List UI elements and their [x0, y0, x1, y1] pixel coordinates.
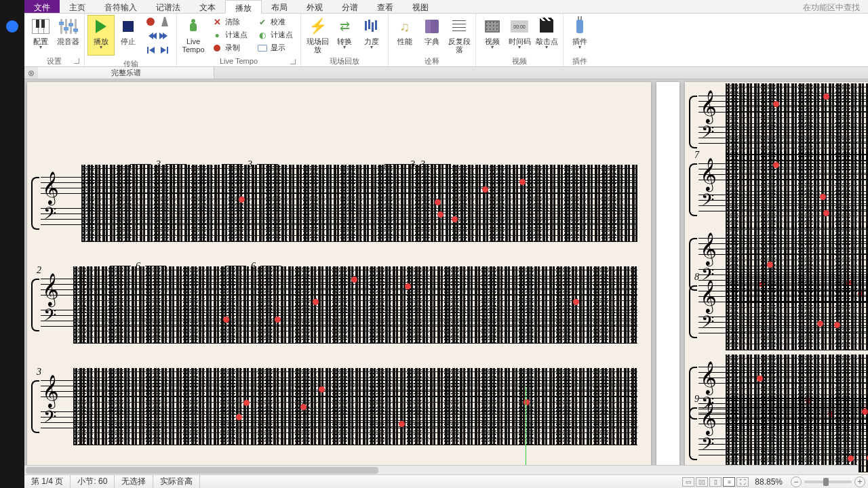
calibrate-button[interactable]: ✔校准 [254, 16, 296, 28]
clapper-icon [540, 20, 553, 33]
book-icon [425, 20, 439, 33]
go-end-button[interactable] [158, 44, 172, 56]
tap-tempo2-button[interactable]: ◐计速点 [254, 28, 296, 41]
group-setup: 配置▾ 混音器 设置 [24, 14, 85, 66]
transport-mini [142, 15, 174, 58]
plug-icon [576, 20, 583, 33]
note-icon: ♫ [395, 17, 414, 36]
transform-button[interactable]: ⇄转换▾ [331, 15, 358, 56]
dynamics-icon [363, 19, 380, 34]
zoom-in-button[interactable]: ＋ [854, 476, 865, 487]
tap-tempo-button[interactable]: ●计速点 [208, 28, 251, 41]
view-single-button[interactable]: ▭ [682, 477, 694, 487]
record-icon [146, 18, 155, 26]
play-button[interactable]: 播放▾ [87, 15, 115, 56]
stop-button[interactable]: 停止 [115, 15, 142, 56]
page-gap [656, 82, 679, 474]
record-tempo-button[interactable]: 录制 [208, 41, 251, 54]
tab-appearance[interactable]: 外观 [297, 0, 332, 13]
tap-icon: ◐ [259, 30, 266, 40]
clear-button[interactable]: ✕清除 [208, 16, 251, 28]
tab-view[interactable]: 视图 [403, 0, 438, 13]
status-bars[interactable]: 小节: 60 [71, 475, 115, 488]
live-tempo-button[interactable]: Live Tempo [180, 15, 207, 56]
group-label-livetempo[interactable]: Live Tempo [180, 56, 298, 66]
timecode-button[interactable]: 00:00时间码▾ [506, 15, 533, 56]
keyboard-icon [32, 19, 50, 34]
group-label-setup[interactable]: 设置 [27, 56, 81, 68]
bolt-icon: ⚡ [308, 17, 327, 36]
os-app-icon[interactable] [6, 20, 18, 33]
hitpoint-button[interactable]: 敲击点▾ [533, 15, 560, 56]
conductor-icon [186, 19, 201, 34]
record-icon [214, 45, 220, 52]
view-vertical-button[interactable]: ▯ [709, 477, 722, 487]
tab-note-input[interactable]: 音符输入 [95, 0, 146, 13]
metronome-icon [161, 17, 168, 26]
zoom-slider[interactable] [804, 481, 852, 483]
status-page[interactable]: 第 1/4 页 [24, 475, 71, 488]
mixer-button[interactable]: 混音器 [54, 15, 81, 56]
group-plugins: 插件▾ 插件 [564, 14, 596, 66]
tab-home[interactable]: 主页 [60, 0, 95, 13]
status-pitch[interactable]: 实际音高 [153, 475, 200, 488]
scrollbar-thumb[interactable] [26, 467, 378, 474]
zoom-slider-handle[interactable] [823, 478, 829, 486]
play-icon [96, 20, 106, 33]
click-button[interactable] [158, 16, 172, 28]
view-panorama-button[interactable]: ≡ [723, 477, 735, 487]
group-label-video: 视频 [479, 56, 560, 68]
app-window: 文件 主页 音符输入 记谱法 文本 播放 布局 外观 分谱 查看 视图 在功能区… [24, 0, 868, 488]
view-fit-button[interactable]: ⛶ [736, 477, 749, 487]
video-button[interactable]: 视频▾ [479, 15, 506, 56]
group-live-playback: ⚡现场回放 ⇄转换▾ 力度▾ 现场回放 [301, 14, 389, 66]
repeats-button[interactable]: 反复段落 [446, 15, 473, 56]
repeat-icon [452, 20, 466, 33]
zoom-value[interactable]: 88.85% [749, 477, 788, 487]
rewind-button[interactable] [144, 30, 157, 42]
performance-button[interactable]: ♫性能 [391, 15, 418, 56]
group-video: 视频▾ 00:00时间码▾ 敲击点▾ 视频 [476, 14, 564, 66]
tab-file[interactable]: 文件 [24, 0, 60, 13]
plugins-button[interactable]: 插件▾ [566, 15, 593, 56]
document-tab[interactable]: 完整乐谱 [38, 67, 214, 79]
score-canvas[interactable]: 𝄞 𝄢3333 𝄞 𝄢266 𝄞 𝄢3 𝄞 𝄢 𝄞 𝄢7 𝄞 𝄢 𝄞 𝄢8 𝄞 … [24, 79, 868, 474]
ribbon: 配置▾ 混音器 设置 播放▾ 停止 传输 Live Tempo ✕清除 ●计速点… [24, 14, 868, 67]
group-label-plugin: 插件 [566, 56, 593, 68]
mixer-icon [59, 19, 77, 34]
score-page-1[interactable]: 𝄞 𝄢3333 𝄞 𝄢266 𝄞 𝄢3 [27, 82, 651, 474]
go-start-button[interactable] [144, 44, 157, 56]
tab-layout[interactable]: 布局 [262, 0, 297, 13]
horizontal-scrollbar[interactable] [24, 465, 859, 474]
timecode-icon: 00:00 [511, 20, 528, 33]
tap-icon: ● [214, 30, 219, 40]
forward-button[interactable] [158, 30, 172, 42]
record-button[interactable] [144, 16, 157, 28]
view-spread-button[interactable]: ▯▯ [696, 477, 708, 487]
config-button[interactable]: 配置▾ [27, 15, 54, 56]
ribbon-search[interactable]: 在功能区中查找 [795, 0, 868, 13]
group-transport: 播放▾ 停止 传输 [85, 14, 177, 66]
tab-text[interactable]: 文本 [190, 0, 225, 13]
tab-review[interactable]: 查看 [368, 0, 403, 13]
dictionary-button[interactable]: 字典 [418, 15, 446, 56]
film-icon [485, 20, 500, 33]
tab-parts[interactable]: 分谱 [332, 0, 368, 13]
score-page-2[interactable]: 𝄞 𝄢 𝄞 𝄢7 𝄞 𝄢 𝄞 𝄢8 𝄞 𝄢 𝄞 𝄢9 [685, 82, 868, 474]
tab-notations[interactable]: 记谱法 [146, 0, 190, 13]
display-button[interactable]: 显示 [254, 41, 296, 54]
dynamics-button[interactable]: 力度▾ [358, 15, 385, 56]
zoom-out-button[interactable]: − [791, 476, 802, 487]
group-label-interp: 诠释 [391, 56, 473, 68]
group-interpretation: ♫性能 字典 反复段落 诠释 [389, 14, 476, 66]
swap-icon: ⇄ [335, 17, 354, 36]
group-live-tempo: Live Tempo ✕清除 ●计速点 录制 ✔校准 ◐计速点 显示 Live … [177, 14, 301, 66]
group-label-liveplay: 现场回放 [304, 56, 385, 68]
live-playback-button[interactable]: ⚡现场回放 [304, 15, 331, 56]
tab-play[interactable]: 播放 [225, 0, 262, 14]
document-tabs: ⊗ 完整乐谱 [24, 67, 868, 79]
clear-icon: ✕ [214, 17, 221, 27]
close-all-button[interactable]: ⊗ [24, 67, 38, 79]
os-sidebar [0, 0, 24, 488]
stop-icon [123, 21, 134, 32]
